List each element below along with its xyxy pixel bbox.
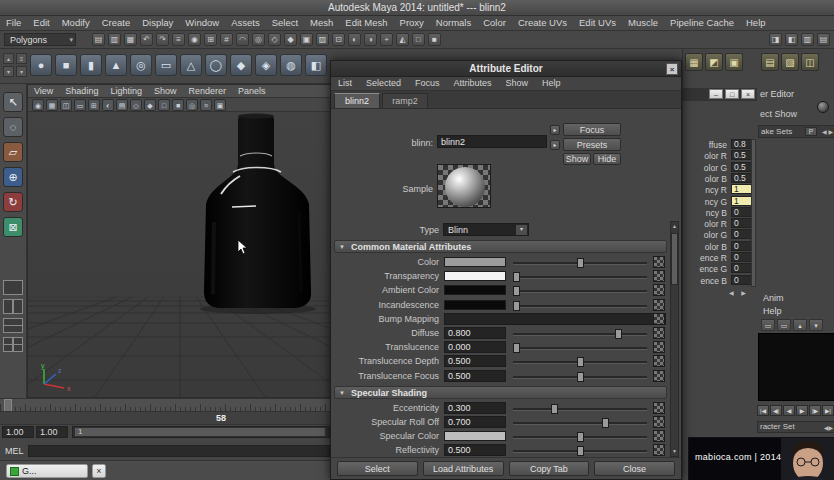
map-button-ambient-color[interactable] [653,284,665,296]
viewport-menu-show[interactable]: Show [148,85,183,97]
close-button[interactable]: Close [594,461,675,476]
close-icon[interactable]: × [666,63,678,75]
scroll-up-icon[interactable]: ▲ [671,222,678,231]
ipr-render-icon[interactable]: ◑ [364,33,377,46]
slider-track-reflectivity[interactable] [513,450,647,453]
menu-edit-uvs[interactable]: Edit UVs [573,16,622,30]
map-button-color[interactable] [653,256,665,268]
viewport-menu-lighting[interactable]: Lighting [104,85,148,97]
select-object-icon[interactable]: ◉ [188,33,201,46]
slider-handle-translucence-depth[interactable] [577,357,584,367]
ae-menu-attributes[interactable]: Attributes [447,77,499,90]
new-scene-icon[interactable]: ▤ [92,33,105,46]
p-button[interactable]: P [805,127,817,136]
slider-handle-incandescence[interactable] [513,301,520,311]
select-tool-icon[interactable]: ↖ [3,92,23,112]
node-name-field[interactable]: blinn2 [437,135,547,148]
construction-history-icon[interactable]: ⊡ [332,33,345,46]
layout-persp-outliner-button[interactable] [3,318,23,333]
polygon-cone-icon[interactable]: ▲ [105,54,127,76]
slider-handle-specular-roll-off[interactable] [602,418,609,428]
texture-field-bump-mapping[interactable] [444,313,666,325]
tab-blinn2[interactable]: blinn2 [334,93,380,108]
menu-file[interactable]: File [0,16,27,30]
menu-mesh[interactable]: Mesh [304,16,339,30]
save-scene-icon[interactable]: ▦ [124,33,137,46]
make-live-icon[interactable]: ◆ [284,33,297,46]
layout-four-icon[interactable]: ▨ [781,53,799,71]
scrollbar-thumb[interactable] [671,233,678,285]
paint-select-tool-icon[interactable]: ▱ [3,142,23,162]
menu-create[interactable]: Create [96,16,137,30]
safe-title-icon[interactable]: ◇ [130,99,142,111]
menu-window[interactable]: Window [179,16,225,30]
taskbar-item[interactable]: G... [6,464,88,478]
color-swatch-incandescence[interactable] [444,300,506,310]
tab-ramp2[interactable]: ramp2 [382,93,428,108]
layout-four-pane-button[interactable] [3,337,23,352]
undo-icon[interactable]: ↶ [140,33,153,46]
ae-menu-list[interactable]: List [331,77,359,90]
slider-track-eccentricity[interactable] [513,408,647,411]
range-end-field[interactable]: 1.00 [36,426,68,438]
hypershade-icon[interactable]: □ [412,33,425,46]
value-field-specular-roll-off[interactable]: 0.700 [444,416,506,428]
value-field-translucence-focus[interactable]: 0.500 [444,370,506,382]
slider-track-translucence-depth[interactable] [513,361,647,364]
menu-pipeline-cache[interactable]: Pipeline Cache [664,16,740,30]
menu-display[interactable]: Display [136,16,179,30]
menu-edit-mesh[interactable]: Edit Mesh [339,16,393,30]
map-button-bump-mapping[interactable] [653,313,665,325]
scale-tool-icon[interactable]: ⊠ [3,217,23,237]
anim-label[interactable]: Anim [763,293,784,303]
new-layer-selected-icon[interactable]: ▭ [777,319,791,331]
field-entry-icon[interactable]: ■ [428,33,441,46]
polygon-cylinder-icon[interactable]: ▮ [80,54,102,76]
shelf-options-icon[interactable]: ▾ [16,66,27,77]
viewport-scene[interactable]: x y z [28,112,331,397]
snap-curve-icon[interactable]: ◠ [236,33,249,46]
menu-help[interactable]: Help [740,16,772,30]
slider-handle-specular-color[interactable] [577,432,584,442]
viewport-menu-view[interactable]: View [28,85,59,97]
time-slider[interactable] [0,398,332,411]
ae-menu-selected[interactable]: Selected [359,77,408,90]
slider-handle-color[interactable] [577,258,584,268]
menu-color[interactable]: Color [477,16,512,30]
slider-handle-reflectivity[interactable] [577,446,584,456]
map-button-specular-roll-off[interactable] [653,416,665,428]
slider-track-translucence-focus[interactable] [513,376,647,379]
ae-menu-focus[interactable]: Focus [408,77,447,90]
character-set-bar[interactable]: racter Set ◀▶ [757,421,834,433]
menu-create-uvs[interactable]: Create UVs [512,16,573,30]
color-swatch-transparency[interactable] [444,271,506,281]
slider-handle-transparency[interactable] [513,272,520,282]
slider-handle-diffuse[interactable] [615,329,622,339]
go-to-end-button[interactable]: ▶| [822,405,834,416]
slider-track-ambient-color[interactable] [513,290,647,293]
map-button-specular-color[interactable] [653,430,665,442]
character-set-arrows-icon[interactable]: ◀▶ [824,423,833,433]
help-label[interactable]: Help [763,306,782,316]
paint-effects-icon[interactable]: ◭ [396,33,409,46]
tool-settings-toggle-icon[interactable]: ◧ [785,33,798,46]
field-chart-icon[interactable]: ◐ [102,99,114,111]
value-field-reflectivity[interactable]: 0.500 [444,444,506,456]
map-button-incandescence[interactable] [653,299,665,311]
map-button-eccentricity[interactable] [653,402,665,414]
focus-arrow-icon[interactable]: ▸ [550,125,560,135]
value-field-diffuse[interactable]: 0.800 [444,327,506,339]
map-button-translucence-focus[interactable] [653,370,665,382]
map-button-translucence-depth[interactable] [653,355,665,367]
viewport-menu-panels[interactable]: Panels [232,85,272,97]
value-field-eccentricity[interactable]: 0.300 [444,402,506,414]
lights-icon[interactable]: ◎ [186,99,198,111]
copy-tab-button[interactable]: Copy Tab [509,461,590,476]
polygon-plane-icon[interactable]: ▭ [155,54,177,76]
polygon-platonic-icon[interactable]: ◧ [305,54,327,76]
layout-single-icon[interactable]: ▤ [761,53,779,71]
polygon-soccer-icon[interactable]: ◍ [280,54,302,76]
outliner-toggle-icon[interactable]: ▤ [817,33,830,46]
output-connections-icon[interactable]: ▨ [316,33,329,46]
snap-grid-icon[interactable]: # [220,33,233,46]
